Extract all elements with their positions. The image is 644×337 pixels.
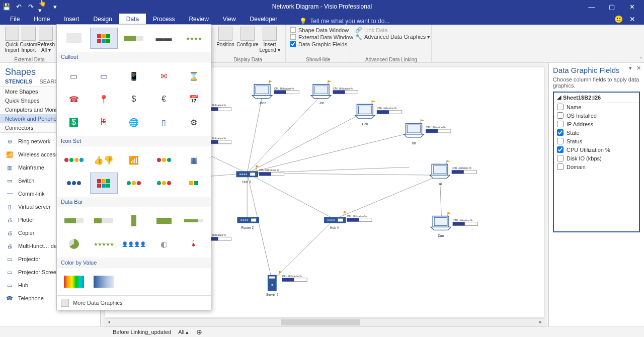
scroll-left-arrow[interactable]: ◂ <box>105 319 112 326</box>
gallery-progress[interactable]: ▬▬ <box>150 28 178 49</box>
node-bill[interactable]: Bill <box>404 119 451 145</box>
touch-mode-icon[interactable]: 👆▾ <box>38 2 47 11</box>
gallery-databar-people[interactable]: 👤👤👤👤 <box>120 233 148 255</box>
collapse-ribbon-icon[interactable]: ˄ <box>639 56 642 62</box>
gallery-callout-mobile[interactable]: 📱 <box>120 65 148 87</box>
tab-review[interactable]: Review <box>182 14 215 25</box>
tab-data[interactable]: Data <box>119 14 146 25</box>
gallery-icon-thumbs[interactable]: 👍👎 <box>90 149 118 171</box>
scroll-right-arrow[interactable]: ▸ <box>537 319 544 326</box>
gallery-databar-5[interactable] <box>180 210 208 231</box>
restore-button[interactable]: ▢ <box>602 0 622 13</box>
gallery-stars[interactable]: ★★★★ <box>180 28 208 49</box>
gallery-cbv-blank2[interactable] <box>150 271 178 292</box>
gallery-callout-euro[interactable]: € <box>150 89 178 110</box>
new-page-button[interactable]: ⊕ <box>196 328 202 336</box>
node-hub3[interactable]: Hub 3 <box>236 165 284 184</box>
tab-developer[interactable]: Developer <box>243 14 285 25</box>
dgf-field-domain[interactable]: Domain <box>554 162 639 171</box>
gallery-callout-globe[interactable]: 🌐 <box>120 112 148 133</box>
position-button[interactable]: Position <box>214 26 236 56</box>
link-data-button[interactable]: 🔗Link Data <box>355 27 427 33</box>
gallery-databar-2[interactable] <box>90 210 118 231</box>
sheet-tab[interactable]: Before Linking_updated <box>113 329 171 335</box>
gallery-callout-text[interactable]: ▭ <box>60 65 88 87</box>
undo-icon[interactable]: ↶ <box>14 2 23 11</box>
gallery-icon-status[interactable] <box>60 149 88 171</box>
gallery-callout-dollar[interactable]: $ <box>120 89 148 110</box>
node-dan[interactable]: Dan <box>431 212 477 238</box>
gallery-callout-hourglass[interactable]: ⌛ <box>180 65 208 87</box>
gallery-icon-traffic[interactable] <box>150 149 178 171</box>
gallery-callout-db[interactable]: 🗄 <box>90 112 118 133</box>
tell-me-search[interactable]: 💡Tell me what you want to do... <box>299 18 389 25</box>
gallery-callout-money[interactable]: $ <box>60 112 88 133</box>
node-al[interactable]: Al <box>430 160 476 186</box>
gallery-callout-mail[interactable]: ✉ <box>150 65 178 87</box>
gallery-databar-4[interactable] <box>150 210 178 231</box>
gallery-icon-circles[interactable] <box>60 173 88 194</box>
data-graphic-fields-checkbox[interactable]: Data Graphic Fields <box>290 41 347 47</box>
qat-customize-icon[interactable]: ▾ <box>50 2 59 11</box>
tab-process[interactable]: Process <box>146 14 182 25</box>
dgf-field-status[interactable]: Status <box>554 137 639 145</box>
dgf-field-os-installed[interactable]: OS Installed <box>554 111 639 120</box>
node-hub4[interactable]: Hub 4 <box>324 211 372 230</box>
shape-data-window-checkbox[interactable]: Shape Data Window <box>290 27 347 33</box>
dgf-close-icon[interactable]: ✕ <box>635 65 642 72</box>
gallery-flags[interactable] <box>90 28 118 49</box>
gallery-databar-3[interactable] <box>120 210 148 231</box>
gallery-bar-1[interactable] <box>120 28 148 49</box>
node-jane[interactable]: Jane <box>252 80 299 105</box>
dgf-sheet-header[interactable]: ◢Sheet1$B2:I26 <box>554 93 639 103</box>
gallery-databar-gauge[interactable]: ◐ <box>150 233 178 255</box>
gallery-icon-boxes[interactable]: ▦ <box>180 149 208 171</box>
gallery-databar-1[interactable] <box>60 210 88 231</box>
dgf-field-cpu-utilization[interactable]: CPU Utilization % <box>554 145 639 154</box>
node-gail[interactable]: Gail <box>355 100 402 126</box>
gallery-callout-gear[interactable]: ⚙ <box>180 112 208 133</box>
custom-import-button[interactable]: Custom Import <box>20 26 37 56</box>
advanced-data-graphics-button[interactable]: 🔧Advanced Data Graphics ▾ <box>355 34 427 40</box>
gallery-icon-lights[interactable] <box>150 173 178 194</box>
gallery-callout-server[interactable]: ▯ <box>150 112 178 133</box>
close-button[interactable]: ✕ <box>622 0 642 13</box>
gallery-cbv-rainbow[interactable] <box>60 271 88 292</box>
save-icon[interactable]: 💾 <box>2 2 11 11</box>
tab-design[interactable]: Design <box>86 14 119 25</box>
dgf-field-disk-io[interactable]: Disk IO (kbps) <box>554 154 639 162</box>
gallery-callout-calendar[interactable]: 📅 <box>180 89 208 110</box>
gallery-icon-square-lights[interactable] <box>180 173 208 194</box>
scroll-thumb[interactable] <box>281 319 360 325</box>
tab-file[interactable]: File <box>3 14 27 25</box>
gallery-cbv-blank3[interactable] <box>180 271 208 292</box>
gallery-callout-phone[interactable]: ▭ <box>90 65 118 87</box>
sheet-all[interactable]: All ▴ <box>178 329 189 335</box>
gallery-cbv-blank1[interactable] <box>120 271 148 292</box>
minimize-button[interactable]: — <box>582 0 602 13</box>
node-joe[interactable]: Joe <box>311 80 358 105</box>
gallery-databar-pie[interactable] <box>60 233 88 255</box>
external-data-window-checkbox[interactable]: External Data Window <box>290 34 347 40</box>
dgf-dropdown-icon[interactable]: ▾ <box>627 65 634 72</box>
tab-insert[interactable]: Insert <box>57 14 86 25</box>
gallery-databar-stars[interactable]: ★★★★★ <box>90 233 118 255</box>
horizontal-scrollbar[interactable]: ◂ ▸ <box>105 318 544 326</box>
dgf-field-ip-address[interactable]: IP Address <box>554 120 639 128</box>
gallery-databar-thermo[interactable]: 🌡 <box>180 233 208 255</box>
node-router2[interactable]: Router 2 <box>237 217 259 230</box>
dgf-field-name[interactable]: Name <box>554 103 639 111</box>
gallery-none[interactable] <box>60 28 88 49</box>
smiley-icon[interactable]: 🙂 <box>613 15 624 24</box>
gallery-icon-flags[interactable] <box>90 173 118 194</box>
configure-button[interactable]: Configure <box>236 26 259 56</box>
gallery-more-data-graphics[interactable]: More Data Graphics <box>57 295 211 310</box>
dgf-field-state[interactable]: State <box>554 128 639 137</box>
gallery-icon-signs[interactable] <box>120 173 148 194</box>
gallery-callout-handset[interactable]: ☎ <box>60 89 88 110</box>
tab-home[interactable]: Home <box>27 14 57 25</box>
gallery-icon-wifi[interactable]: 📶 <box>120 149 148 171</box>
gallery-cbv-blues[interactable] <box>90 271 118 292</box>
ribbon-close-icon[interactable]: ✕ <box>627 15 638 24</box>
insert-legend-button[interactable]: Insert Legend ▾ <box>259 26 281 56</box>
